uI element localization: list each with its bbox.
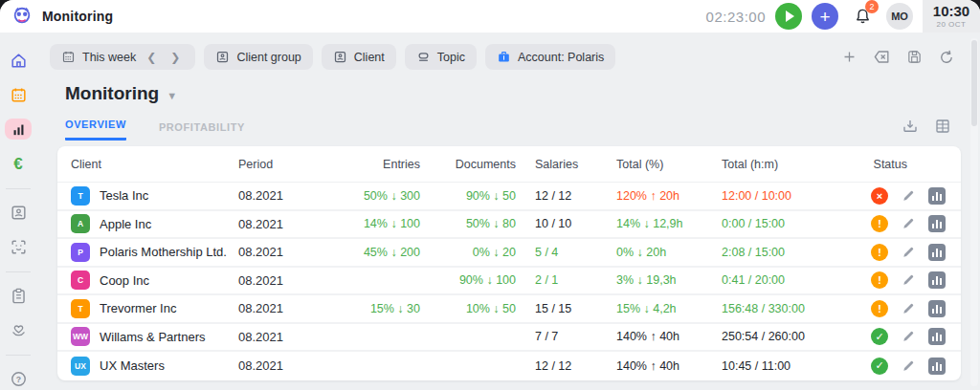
row-chart-button[interactable]	[928, 328, 946, 345]
clock-widget[interactable]: 10:30 20 OCT	[923, 0, 980, 32]
save-view-button[interactable]	[906, 49, 923, 65]
client-name: Coop Inc	[100, 273, 149, 288]
edit-button[interactable]	[901, 329, 916, 344]
row-chart-button[interactable]	[928, 215, 946, 232]
svg-text:?: ?	[15, 375, 20, 384]
filter-account[interactable]: Account: Polaris	[485, 44, 615, 70]
bar-chart-icon	[932, 196, 934, 201]
user-avatar[interactable]: MO	[886, 3, 913, 30]
table-row[interactable]: T Tesla Inc 08.2021 50% ↓ 300 90% ↓ 50 1…	[57, 183, 961, 211]
status-badge[interactable]: ✓	[871, 358, 888, 375]
status-badge[interactable]: !	[871, 244, 888, 261]
face-scan-icon	[10, 238, 28, 256]
add-button[interactable]: +	[812, 3, 838, 30]
notifications-button[interactable]: 2	[848, 2, 877, 31]
app-title: Monitoring	[42, 9, 113, 24]
sidebar-item-help[interactable]: ?	[5, 369, 32, 390]
sidebar-item-finance[interactable]: €	[5, 153, 32, 174]
total-pct-cell: 15% ↓ 4,2h	[616, 302, 722, 315]
backspace-icon	[873, 48, 891, 66]
status-badge[interactable]: ×	[871, 187, 888, 205]
status-cell: !	[851, 244, 947, 261]
status-badge[interactable]: !	[871, 300, 888, 317]
clipboard-icon	[10, 287, 28, 305]
table-row[interactable]: A Apple Inc 08.2021 14% ↓ 100 50% ↓ 80 1…	[57, 211, 961, 240]
play-button[interactable]	[775, 3, 802, 30]
tabs-bar: OVERVIEW PROFITABILITY	[36, 104, 980, 141]
plus-icon	[841, 49, 858, 65]
col-header-salaries: Salaries	[535, 158, 616, 171]
sidebar-item-face-id[interactable]	[5, 237, 32, 258]
download-button[interactable]	[902, 118, 919, 135]
sidebar-item-calendar[interactable]	[5, 84, 32, 105]
sidebar-item-monitoring[interactable]	[5, 119, 32, 140]
filter-actions	[841, 48, 965, 66]
status-cell: ×	[851, 187, 947, 205]
status-badge[interactable]: !	[871, 215, 888, 232]
clear-filters-button[interactable]	[873, 48, 891, 66]
euro-icon: €	[13, 155, 22, 174]
client-name: UX Masters	[100, 358, 165, 373]
row-chart-button[interactable]	[928, 358, 946, 375]
tab-profitability[interactable]: PROFITABILITY	[159, 121, 245, 141]
table-row[interactable]: C Coop Inc 08.2021 90% ↓ 100 2 / 1 3% ↓ …	[57, 268, 961, 296]
clock-date: 20 OCT	[936, 20, 966, 29]
status-badge[interactable]: ✓	[871, 328, 888, 345]
calendar-icon	[10, 86, 28, 104]
next-period-button[interactable]: ❯	[167, 51, 184, 64]
documents-cell: 90% ↓ 50	[439, 189, 535, 203]
row-chart-button[interactable]	[928, 244, 946, 261]
sidebar: €	[0, 32, 36, 390]
edit-button[interactable]	[901, 245, 916, 260]
sidebar-item-employees[interactable]	[5, 202, 32, 223]
edit-button[interactable]	[901, 272, 916, 288]
table-row[interactable]: T Trevormer Inc 08.2021 15% ↓ 30 10% ↓ 5…	[57, 295, 961, 324]
app-window: Monitoring 02:23:00 + 2 MO 10:30 20 OCT	[0, 0, 980, 390]
edit-button[interactable]	[901, 188, 916, 204]
plus-icon: +	[819, 8, 830, 26]
row-chart-button[interactable]	[928, 187, 946, 205]
client-cell: T Tesla Inc	[71, 186, 238, 206]
filter-period[interactable]: This week ❮ ❯	[50, 44, 195, 70]
table-view-button[interactable]	[934, 118, 951, 135]
edit-button[interactable]	[901, 358, 916, 374]
period-cell: 08.2021	[238, 330, 348, 344]
client-cell: T Trevormer Inc	[71, 299, 238, 318]
filter-topic[interactable]: Topic	[405, 44, 477, 70]
sidebar-item-tasks[interactable]	[5, 286, 32, 307]
table-row[interactable]: UX UX Masters 08.2021 12 / 12 140% ↑ 40h…	[57, 352, 961, 380]
row-chart-button[interactable]	[928, 300, 946, 317]
pencil-icon	[901, 272, 916, 288]
sidebar-item-home[interactable]	[5, 50, 32, 71]
client-name: Apple Inc	[100, 217, 151, 231]
table-row[interactable]: P Polaris Mothership Ltd. 08.2021 45% ↓ …	[57, 239, 961, 268]
filter-client-group[interactable]: Client group	[204, 44, 312, 70]
prev-period-button[interactable]: ❮	[143, 51, 160, 64]
period-cell: 08.2021	[238, 188, 348, 203]
bar-chart-icon	[11, 121, 27, 138]
edit-button[interactable]	[901, 216, 916, 231]
client-cell: C Coop Inc	[71, 271, 238, 290]
period-cell: 08.2021	[238, 358, 348, 373]
total-hm-cell: 10:45 / 11:00	[722, 359, 851, 373]
add-filter-button[interactable]	[841, 49, 858, 65]
col-header-total-pct: Total (%)	[616, 158, 722, 171]
total-hm-cell: 156:48 / 330:00	[722, 302, 851, 315]
monitoring-table: Client Period Entries Documents Salaries…	[57, 146, 961, 380]
tab-overview[interactable]: OVERVIEW	[65, 119, 126, 141]
refresh-button[interactable]	[938, 49, 955, 66]
status-badge[interactable]: !	[871, 271, 888, 289]
table-row[interactable]: WW Willams & Partners 08.2021 7 / 7 140%…	[57, 324, 961, 353]
chevron-down-icon[interactable]: ▼	[167, 90, 177, 101]
bar-chart-icon	[932, 366, 934, 371]
scrollbar-thumb[interactable]	[971, 40, 977, 126]
total-hm-cell: 2:08 / 15:00	[722, 246, 851, 259]
client-avatar: P	[71, 243, 90, 262]
sidebar-item-benefits[interactable]	[5, 320, 32, 341]
client-name: Tesla Inc	[100, 188, 148, 203]
edit-button[interactable]	[901, 301, 916, 316]
scrollbar[interactable]	[970, 38, 978, 386]
notification-badge: 2	[865, 0, 879, 13]
filter-client[interactable]: Client	[322, 44, 396, 70]
row-chart-button[interactable]	[928, 271, 946, 289]
